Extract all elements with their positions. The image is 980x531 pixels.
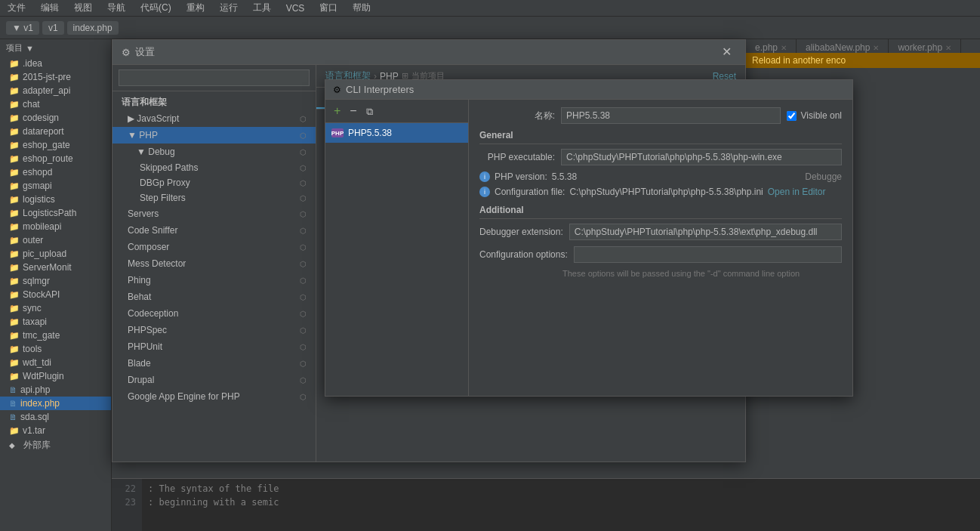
cli-name-input[interactable] [561,107,781,124]
tree-item-tmc-gate[interactable]: 📁tmc_gate [0,329,111,342]
menu-tools[interactable]: 工具 [248,0,276,16]
tree-item-eshop-route[interactable]: 📁eshop_route [0,152,111,165]
tree-item-sqlmgr[interactable]: 📁sqlmgr [0,274,111,288]
menu-code[interactable]: 代码(C) [136,0,176,16]
cli-list-item-php538[interactable]: PHP PHP5.5.38 [325,123,468,143]
tree-item-api-php[interactable]: 🗎api.php [0,383,111,397]
settings-item-phpunit[interactable]: PHPUnit ⬡ [112,338,316,355]
menu-vcs[interactable]: VCS [282,2,310,15]
tree-item-stockapi[interactable]: 📁StockAPI [0,288,111,301]
project-selector[interactable]: ▼ v1 [6,21,39,35]
code-area: 22 23 : The syntax of the file : beginni… [112,478,980,531]
settings-item-debug[interactable]: ▼ Debug ⬡ [112,144,316,160]
menu-refactor[interactable]: 重构 [182,0,209,16]
settings-item-javascript[interactable]: ▶ JavaScript ⬡ [112,110,316,127]
settings-item-codeception[interactable]: Codeception ⬡ [112,305,316,322]
settings-item-drupal[interactable]: Drupal ⬡ [112,372,316,388]
line-numbers: 22 23 [112,479,142,531]
settings-item-skipped-paths[interactable]: Skipped Paths ⬡ [112,160,316,175]
tree-item-codesign[interactable]: 📁codesign [0,111,111,125]
tree-item-tools[interactable]: 📁tools [0,342,111,356]
menu-window[interactable]: 窗口 [315,0,342,16]
cli-open-editor-link[interactable]: Open in Editor [768,187,826,197]
tree-item-index-php[interactable]: 🗎index.php [0,397,111,410]
cli-add-button[interactable]: + [331,104,343,118]
cli-remove-button[interactable]: − [347,104,359,118]
tree-item-datareport[interactable]: 📁datareport [0,125,111,138]
settings-stepfilters-icon: ⬡ [300,194,307,202]
file-indicator[interactable]: index.php [67,21,119,35]
settings-item-blade[interactable]: Blade ⬡ [112,355,316,372]
tree-item-logisticspath[interactable]: 📁LogisticsPath [0,206,111,220]
settings-search-area [112,65,316,91]
php-icon: PHP [331,128,344,137]
tree-item-mobileapi[interactable]: 📁mobileapi [0,220,111,233]
tree-item-idea[interactable]: 📁.idea [0,57,111,70]
tree-item-2015[interactable]: 📁2015-jst-pre [0,70,111,84]
file-tree: 项目 ▼ 📁.idea 📁2015-jst-pre 📁adapter_api 📁… [0,39,112,531]
tree-item-chat[interactable]: 📁chat [0,97,111,111]
tree-item-adapter[interactable]: 📁adapter_api [0,84,111,97]
cli-config-options-input[interactable] [574,246,842,263]
settings-item-code-sniffer[interactable]: Code Sniffer ⬡ [112,222,316,239]
cli-copy-button[interactable]: ⧉ [364,106,375,117]
settings-item-composer[interactable]: Composer ⬡ [112,239,316,255]
settings-js-icon: ⬡ [300,115,307,123]
cli-name-row: 名称: Visible onl [479,107,842,124]
cli-hint-text: These options will be passed using the "… [479,269,842,278]
settings-item-dbgp-proxy[interactable]: DBGp Proxy ⬡ [112,175,316,190]
settings-php-icon: ⬡ [300,131,307,140]
folder-indicator[interactable]: v1 [42,21,64,35]
settings-item-servers[interactable]: Servers ⬡ [112,205,316,222]
project-header-label: 项目 [6,42,23,54]
tree-item-wdt-tdi[interactable]: 📁wdt_tdi [0,356,111,369]
editor-tab-alibabanew-close[interactable]: ✕ [873,44,879,52]
settings-titlebar: ⚙ 设置 ✕ [112,40,745,65]
settings-phing-icon: ⬡ [300,276,307,285]
menu-help[interactable]: 帮助 [348,0,375,16]
project-header-arrow[interactable]: ▼ [26,44,34,53]
settings-skipped-icon: ⬡ [300,164,307,172]
editor-tab-ephp-close[interactable]: ✕ [781,44,787,52]
tree-item-servermonit[interactable]: 📁ServerMonit [0,261,111,274]
cli-dialog: ⚙ CLI Interpreters + − ⧉ PHP PHP5.5.38 名… [325,79,853,397]
cli-debugger-ext-input[interactable] [569,224,842,240]
settings-phpspec-icon: ⬡ [300,326,307,335]
cli-php-executable-input[interactable] [561,149,842,165]
settings-search-input[interactable] [119,69,310,86]
settings-item-step-filters[interactable]: Step Filters ⬡ [112,190,316,205]
menu-edit[interactable]: 编辑 [36,0,63,16]
reload-banner[interactable]: Reload in another enco [746,53,980,68]
tree-item-eshopd[interactable]: 📁eshopd [0,165,111,179]
settings-icon: ⚙ [122,47,131,58]
tree-item-logistics[interactable]: 📁logistics [0,193,111,206]
settings-item-mess-detector[interactable]: Mess Detector ⬡ [112,255,316,272]
tree-item-sda-sql[interactable]: 🗎sda.sql [0,410,111,424]
menu-view[interactable]: 视图 [69,0,97,16]
tree-item-external-libs[interactable]: ◆ 外部库 [0,437,111,453]
tree-item-outer[interactable]: 📁outer [0,233,111,247]
menu-nav[interactable]: 导航 [103,0,130,16]
settings-item-google-app-engine[interactable]: Google App Engine for PHP ⬡ [112,388,316,405]
cli-debugger-label: Debugge [805,171,842,182]
cli-config-options-label: Configuration options: [479,249,568,260]
settings-item-phing[interactable]: Phing ⬡ [112,272,316,289]
menu-run[interactable]: 运行 [215,0,242,16]
code-line-22: : The syntax of the file [148,482,279,495]
tree-item-pic-upload[interactable]: 📁pic_upload [0,247,111,261]
tree-item-taxapi[interactable]: 📁taxapi [0,315,111,329]
cli-visible-only-checkbox[interactable] [787,111,797,121]
tree-item-sync[interactable]: 📁sync [0,301,111,315]
settings-item-behat[interactable]: Behat ⬡ [112,289,316,305]
settings-close-button[interactable]: ✕ [717,45,736,60]
menu-file[interactable]: 文件 [3,0,30,16]
cli-visible-only-row: Visible onl [787,110,842,121]
tree-item-eshop-gate[interactable]: 📁eshop_gate [0,138,111,152]
tree-item-wdtplugin[interactable]: 📁WdtPlugin [0,369,111,383]
cli-php-executable-row: PHP executable: [479,149,842,165]
settings-item-phpspec[interactable]: PHPSpec ⬡ [112,322,316,338]
settings-item-php[interactable]: ▼ PHP ⬡ [112,127,316,144]
tree-item-v1tar[interactable]: 📁v1.tar [0,424,111,437]
editor-tab-worker-close[interactable]: ✕ [945,44,951,52]
tree-item-gsmapi[interactable]: 📁gsmapi [0,179,111,193]
